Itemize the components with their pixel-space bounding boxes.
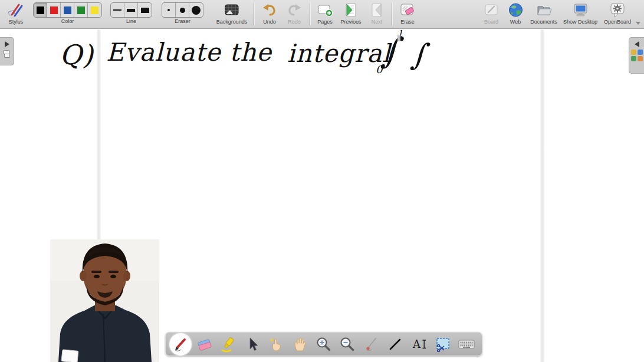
black-swatch-icon	[37, 6, 44, 14]
thin-line-icon	[113, 9, 121, 11]
previous-label: Previous	[340, 19, 361, 25]
page-thumbnails-icon	[4, 50, 10, 58]
pages-icon	[317, 2, 333, 18]
library-shapes-icon	[631, 56, 636, 61]
board-mode-button: Board	[479, 2, 504, 28]
interact-tool[interactable]	[265, 333, 287, 356]
yellow-swatch-icon	[91, 6, 98, 14]
zoom-out-icon	[339, 336, 356, 353]
color-swatch-green[interactable]	[74, 3, 88, 17]
webcam-video	[50, 239, 159, 362]
backgrounds-button[interactable]: Backgrounds	[213, 2, 251, 28]
capture-icon	[435, 336, 451, 353]
highlighter-tool[interactable]	[217, 333, 239, 356]
svg-text:A: A	[412, 338, 421, 350]
red-swatch-icon	[50, 6, 58, 14]
next-icon	[370, 2, 384, 18]
stylus-label: Stylus	[9, 19, 24, 25]
toolbar-separator	[310, 3, 310, 25]
medium-dot-icon	[180, 8, 185, 13]
zoom-in-tool[interactable]	[313, 333, 335, 356]
redo-button: Redo	[282, 2, 307, 28]
expand-right-arrow-icon	[5, 41, 9, 47]
previous-page-button[interactable]: Previous	[337, 2, 365, 28]
line-thin-button[interactable]	[111, 3, 124, 17]
library-apps-icon	[638, 56, 643, 61]
backgrounds-icon	[224, 2, 239, 18]
keyboard-icon	[458, 336, 475, 353]
pointing-hand-icon	[268, 336, 284, 353]
medium-line-icon	[127, 9, 135, 12]
handwriting-word-evaluate: Evaluate	[106, 38, 221, 67]
documents-icon	[536, 2, 552, 18]
green-swatch-icon	[77, 6, 85, 14]
redo-label: Redo	[288, 19, 301, 25]
zoom-in-icon	[316, 336, 332, 353]
hand-tool[interactable]	[289, 333, 311, 356]
text-tool[interactable]: A	[408, 333, 431, 356]
laser-pointer-icon	[363, 336, 380, 353]
capture-tool[interactable]	[432, 333, 454, 356]
zoom-out-tool[interactable]	[336, 333, 359, 356]
toolbar-overflow-arrow-icon[interactable]	[636, 22, 640, 25]
line-tool[interactable]	[384, 333, 406, 356]
whiteboard-canvas[interactable]: Q) Evaluate the integral ∫ 1 0 ∫	[0, 29, 644, 362]
top-toolbar: Stylus Color Line	[0, 0, 644, 29]
cursor-arrow-icon	[244, 336, 261, 353]
erase-icon	[400, 2, 415, 18]
openboard-window: Stylus Color Line	[0, 0, 644, 362]
undo-button[interactable]: Undo	[257, 2, 282, 28]
library-panel-toggle[interactable]	[629, 37, 644, 74]
small-dot-icon	[167, 9, 170, 11]
pages-panel-toggle[interactable]	[0, 37, 14, 65]
keyboard-tool[interactable]	[455, 333, 478, 356]
color-swatch-blue[interactable]	[61, 3, 74, 17]
eraser-icon	[196, 336, 213, 353]
color-swatch-red[interactable]	[47, 3, 61, 17]
handwriting-integral-first: ∫ 1 0	[381, 31, 399, 71]
openboard-settings-button[interactable]: OpenBoard	[600, 2, 635, 28]
openboard-gear-icon	[610, 2, 625, 18]
undo-label: Undo	[263, 19, 276, 25]
line-group: Line	[110, 2, 152, 24]
next-label: Next	[372, 19, 383, 25]
openboard-label: OpenBoard	[604, 19, 631, 25]
library-media-icon	[638, 50, 643, 55]
library-icons	[631, 50, 643, 61]
pen-tool[interactable]	[169, 333, 192, 356]
page-margin-line-right	[540, 29, 544, 362]
color-label: Color	[61, 18, 74, 24]
show-desktop-button[interactable]: Show Desktop	[560, 2, 600, 28]
pointer-tool[interactable]	[360, 333, 383, 356]
show-desktop-label: Show Desktop	[563, 19, 597, 25]
integral-lower-limit: 0	[376, 63, 382, 75]
previous-icon	[344, 2, 358, 18]
pen-icon	[172, 336, 189, 353]
toolbar-separator	[392, 3, 392, 25]
erase-page-button[interactable]: Erase	[395, 2, 420, 28]
backgrounds-label: Backgrounds	[216, 19, 248, 25]
selector-tool[interactable]	[241, 333, 264, 356]
highlighter-icon	[220, 336, 236, 353]
color-swatch-yellow[interactable]	[88, 3, 101, 17]
text-icon: A	[411, 336, 428, 353]
integral-sign: ∫	[410, 38, 426, 72]
web-mode-button[interactable]: Web	[504, 2, 527, 28]
documents-label: Documents	[530, 19, 557, 25]
line-thick-button[interactable]	[138, 3, 152, 17]
color-swatch-black[interactable]	[34, 3, 47, 17]
handwriting-integral-second: ∫	[410, 38, 426, 72]
eraser-large-button[interactable]	[189, 3, 203, 17]
stylus-button[interactable]: Stylus	[4, 2, 28, 28]
blue-swatch-icon	[64, 6, 71, 14]
line-medium-button[interactable]	[124, 3, 138, 17]
color-group: Color	[33, 2, 102, 24]
eraser-medium-button[interactable]	[176, 3, 189, 17]
expand-left-arrow-icon	[635, 41, 639, 47]
pages-button[interactable]: Pages	[313, 2, 337, 28]
open-hand-icon	[292, 336, 308, 353]
eraser-tool[interactable]	[193, 333, 216, 356]
documents-mode-button[interactable]: Documents	[527, 2, 560, 28]
eraser-small-button[interactable]	[162, 3, 176, 17]
toolbar-separator	[254, 3, 254, 25]
